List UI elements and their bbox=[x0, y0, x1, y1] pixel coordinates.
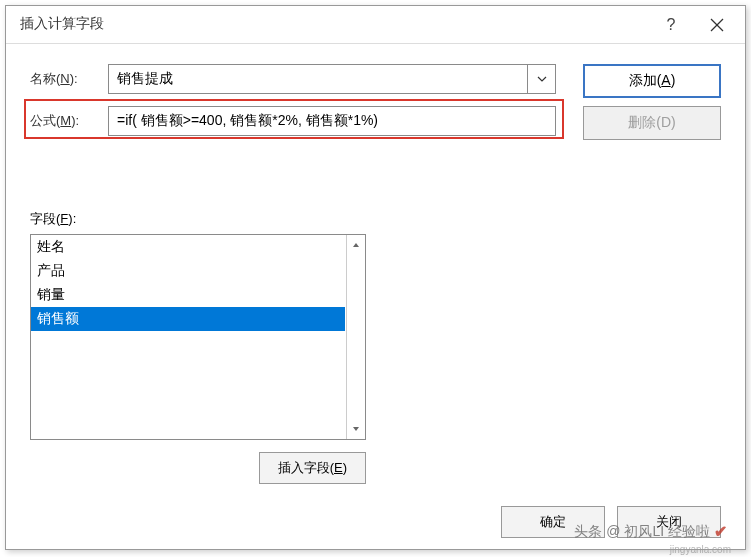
insert-field-button[interactable]: 插入字段(E) bbox=[259, 452, 366, 484]
help-button[interactable]: ? bbox=[651, 6, 691, 44]
dialog-title: 插入计算字段 bbox=[20, 15, 104, 33]
close-footer-button[interactable]: 关闭 bbox=[617, 506, 721, 538]
dialog-footer: 确定 关闭 bbox=[6, 494, 745, 549]
insert-field-row: 插入字段(E) bbox=[30, 452, 366, 484]
list-item[interactable]: 姓名 bbox=[31, 235, 345, 259]
delete-button[interactable]: 删除(D) bbox=[583, 106, 721, 140]
svg-marker-2 bbox=[353, 243, 359, 247]
close-icon bbox=[710, 18, 724, 32]
chevron-up-icon bbox=[352, 242, 360, 248]
list-item[interactable]: 产品 bbox=[31, 259, 345, 283]
list-item[interactable]: 销量 bbox=[31, 283, 345, 307]
titlebar: 插入计算字段 ? bbox=[6, 6, 745, 44]
ok-button[interactable]: 确定 bbox=[501, 506, 605, 538]
add-button[interactable]: 添加(A) bbox=[583, 64, 721, 98]
scroll-down-button[interactable] bbox=[347, 419, 365, 439]
name-input[interactable] bbox=[108, 64, 556, 94]
formula-label: 公式(M): bbox=[30, 112, 108, 130]
fields-items: 姓名 产品 销量 销售额 bbox=[31, 235, 345, 439]
formula-input[interactable] bbox=[108, 106, 556, 136]
dialog-content: 名称(N): 公式(M): 添加(A) 删除(D) 字段(F): 姓名 产品 销 bbox=[6, 44, 745, 494]
name-label: 名称(N): bbox=[30, 70, 108, 88]
fields-label: 字段(F): bbox=[30, 210, 721, 228]
insert-calculated-field-dialog: 插入计算字段 ? 名称(N): 公式(M): 添加(A) 删除(D) 字段 bbox=[5, 5, 746, 550]
formula-input-wrap bbox=[108, 106, 556, 136]
svg-marker-3 bbox=[353, 427, 359, 431]
fields-listbox[interactable]: 姓名 产品 销量 销售额 bbox=[30, 234, 366, 440]
name-dropdown-button[interactable] bbox=[527, 65, 555, 93]
list-item[interactable]: 销售额 bbox=[31, 307, 345, 331]
scroll-up-button[interactable] bbox=[347, 235, 365, 255]
listbox-scrollbar[interactable] bbox=[346, 235, 365, 439]
close-button[interactable] bbox=[695, 6, 739, 44]
chevron-down-icon bbox=[352, 426, 360, 432]
name-combobox[interactable] bbox=[108, 64, 556, 94]
chevron-down-icon bbox=[537, 76, 547, 82]
